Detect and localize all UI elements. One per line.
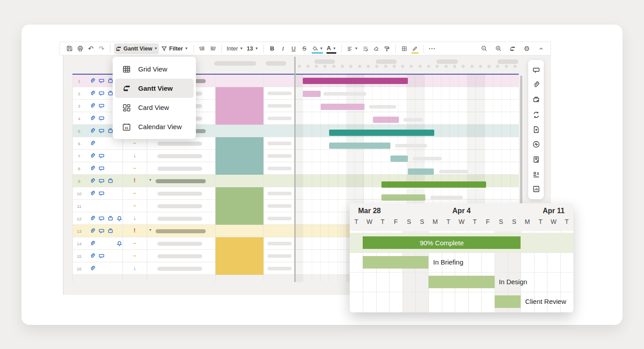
attachment-icon[interactable] xyxy=(89,153,96,159)
undo-button[interactable]: ↶ xyxy=(86,43,96,54)
more-button[interactable]: ··· xyxy=(428,43,437,54)
comments-button[interactable] xyxy=(531,65,541,75)
comment-icon[interactable] xyxy=(98,153,105,159)
grid-gantt-divider[interactable] xyxy=(294,57,296,282)
gantt-bar[interactable] xyxy=(373,117,399,123)
gantt-bar[interactable] xyxy=(408,168,434,175)
comment-icon[interactable] xyxy=(98,90,105,97)
attachment-icon[interactable] xyxy=(89,140,96,147)
attachment-icon[interactable] xyxy=(89,115,96,122)
attachment-icon[interactable] xyxy=(89,240,96,247)
comment-icon[interactable] xyxy=(98,228,105,234)
attachment-icon[interactable] xyxy=(89,253,96,259)
publish-button[interactable] xyxy=(531,125,541,135)
gantt-settings-button[interactable] xyxy=(508,43,517,54)
zoom-in-button[interactable] xyxy=(493,43,503,54)
vertical-scrollbar[interactable] xyxy=(520,76,522,207)
activity-log-button[interactable] xyxy=(531,139,541,149)
save-button[interactable] xyxy=(64,43,74,54)
collapse-arrow-icon[interactable]: ▾ xyxy=(149,178,151,182)
chevron-down-icon: ▼ xyxy=(154,47,157,50)
indent-button[interactable] xyxy=(208,43,218,54)
comment-icon[interactable] xyxy=(98,253,105,259)
comment-icon[interactable] xyxy=(98,165,105,172)
attachment-icon[interactable] xyxy=(89,128,96,134)
borders-button[interactable] xyxy=(399,43,409,54)
gantt-bar[interactable] xyxy=(329,130,434,136)
attachment-icon[interactable] xyxy=(89,265,96,272)
chevron-down-icon: ▼ xyxy=(240,47,243,50)
charts-button[interactable] xyxy=(531,184,541,194)
row-number: 8 xyxy=(72,166,86,171)
contacts-button[interactable] xyxy=(531,169,541,179)
summary-button[interactable] xyxy=(531,155,541,164)
update-requests-button[interactable] xyxy=(531,110,541,120)
comment-icon[interactable] xyxy=(98,103,105,109)
font-family-select[interactable]: Inter ▼ xyxy=(225,43,245,54)
gantt-week-label-placeholder xyxy=(497,59,518,64)
wrap-text-button[interactable] xyxy=(360,43,370,54)
settings-button[interactable]: ⚙ xyxy=(522,43,532,54)
gantt-bar[interactable] xyxy=(381,194,425,201)
align-button[interactable]: ▼ xyxy=(345,43,360,54)
filter-button[interactable]: Filter ▼ xyxy=(160,43,189,54)
gantt-bar[interactable] xyxy=(381,181,486,188)
attachment-icon[interactable] xyxy=(89,228,96,234)
status-cell xyxy=(215,250,263,262)
redo-button[interactable]: ↷ xyxy=(97,43,106,54)
gantt-day-dot xyxy=(332,65,335,68)
zoom-out-button[interactable] xyxy=(479,43,489,54)
collapse-arrow-icon[interactable]: ▾ xyxy=(149,228,151,232)
strikethrough-button[interactable]: S xyxy=(300,43,309,54)
comment-icon[interactable] xyxy=(98,215,105,222)
font-size-select[interactable]: 13 ▼ xyxy=(246,43,260,54)
attachment-icon[interactable] xyxy=(89,165,96,172)
task-name-placeholder xyxy=(157,242,202,246)
proofs-button[interactable] xyxy=(531,95,541,105)
menu-item-gantt-view[interactable]: Gantt View xyxy=(115,79,194,98)
format-painter-button[interactable] xyxy=(382,43,392,54)
gantt-week-label-placeholder xyxy=(314,59,335,64)
outdent-button[interactable] xyxy=(197,43,207,54)
proof-icon[interactable] xyxy=(107,228,114,234)
gantt-bar[interactable] xyxy=(303,78,408,84)
gantt-bar[interactable] xyxy=(329,143,390,149)
bold-button[interactable]: B xyxy=(267,43,277,54)
comment-icon[interactable] xyxy=(98,128,105,134)
clear-format-button[interactable] xyxy=(371,43,381,54)
print-button[interactable] xyxy=(75,43,85,54)
attachment-icon[interactable] xyxy=(89,103,96,109)
proof-icon[interactable] xyxy=(107,178,114,184)
menu-item-grid-view[interactable]: Grid View xyxy=(115,59,194,79)
task-name-placeholder xyxy=(157,167,202,171)
attachment-icon[interactable] xyxy=(89,90,96,97)
comment-icon[interactable] xyxy=(98,178,105,184)
gantt-bar[interactable] xyxy=(390,156,408,162)
fill-color-button[interactable]: ▼ xyxy=(310,43,325,54)
comment-icon[interactable] xyxy=(98,190,105,197)
gantt-bar[interactable] xyxy=(321,104,364,110)
collapse-toolbar-button[interactable] xyxy=(536,43,546,54)
document-upload-icon xyxy=(532,126,540,134)
bell-icon[interactable] xyxy=(116,215,123,222)
attachment-icon[interactable] xyxy=(89,178,96,184)
comment-icon[interactable] xyxy=(98,115,105,122)
italic-button[interactable]: I xyxy=(278,43,288,54)
attachment-icon[interactable] xyxy=(89,215,96,222)
comment-icon[interactable] xyxy=(98,78,105,84)
highlight-button[interactable] xyxy=(410,43,420,54)
view-dropdown-button[interactable]: Gantt View ▼ xyxy=(114,43,159,54)
gantt-bar[interactable] xyxy=(303,91,321,97)
strikethrough-icon: S xyxy=(302,45,306,52)
underline-button[interactable]: U xyxy=(289,43,299,54)
attachment-icon[interactable] xyxy=(89,190,96,197)
attachment-icon[interactable] xyxy=(89,78,96,84)
bell-icon[interactable] xyxy=(116,240,123,247)
menu-item-card-view[interactable]: Card View xyxy=(115,98,194,117)
proof-icon[interactable] xyxy=(107,215,114,222)
attachments-button[interactable] xyxy=(531,80,541,90)
menu-item-calendar-view[interactable]: 31 Calendar View xyxy=(115,117,194,136)
status-cell xyxy=(215,137,263,150)
cell-placeholder xyxy=(267,104,292,108)
text-color-button[interactable]: A ▼ xyxy=(325,43,337,54)
